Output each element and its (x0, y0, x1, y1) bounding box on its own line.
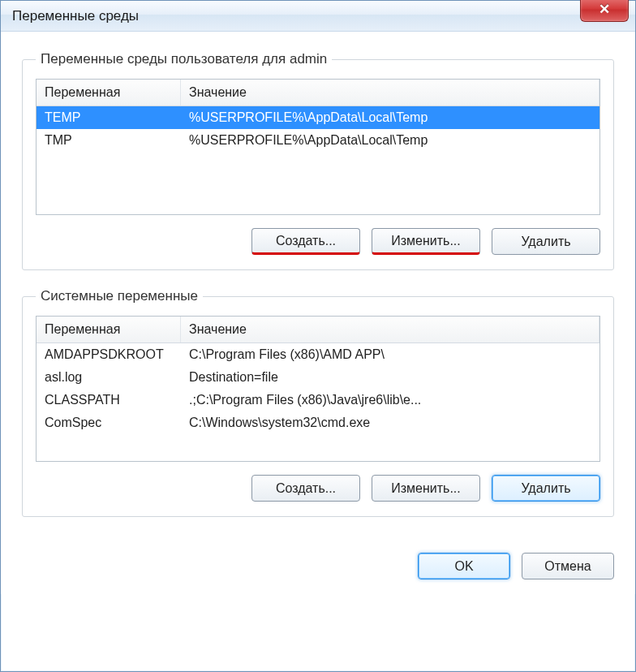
col-header-value[interactable]: Значение (181, 317, 599, 342)
window-title: Переменные среды (12, 8, 139, 24)
system-vars-group: Системные переменные Переменная Значение… (22, 288, 614, 517)
system-vars-legend: Системные переменные (36, 288, 203, 304)
col-header-variable[interactable]: Переменная (37, 317, 181, 342)
user-vars-group: Переменные среды пользователя для admin … (22, 51, 614, 270)
user-edit-button[interactable]: Изменить... (372, 228, 480, 255)
user-list-header: Переменная Значение (37, 80, 599, 106)
user-vars-legend: Переменные среды пользователя для admin (36, 51, 332, 67)
system-vars-list[interactable]: Переменная Значение AMDAPPSDKROOT C:\Pro… (36, 316, 600, 462)
env-vars-dialog: Переменные среды ✕ Переменные среды поль… (0, 0, 636, 672)
system-create-button[interactable]: Создать... (251, 475, 360, 502)
cell-var: AMDAPPSDKROOT (37, 343, 181, 366)
cell-var: CLASSPATH (37, 389, 181, 411)
cell-val: C:\Program Files (x86)\AMD APP\ (181, 343, 599, 366)
table-row[interactable]: AMDAPPSDKROOT C:\Program Files (x86)\AMD… (37, 343, 599, 366)
cell-var: TEMP (37, 106, 181, 129)
col-header-variable[interactable]: Переменная (37, 80, 181, 106)
table-row[interactable]: TMP %USERPROFILE%\AppData\Local\Temp (37, 129, 599, 152)
user-btn-row: Создать... Изменить... Удалить (36, 228, 600, 255)
cell-var: asl.log (37, 366, 181, 389)
cell-val: %USERPROFILE%\AppData\Local\Temp (181, 129, 599, 152)
col-header-value[interactable]: Значение (181, 80, 599, 106)
cell-val: Destination=file (181, 366, 599, 389)
table-row[interactable]: CLASSPATH .;C:\Program Files (x86)\Java\… (37, 389, 599, 411)
titlebar: Переменные среды ✕ (1, 1, 635, 32)
cancel-button[interactable]: Отмена (522, 553, 614, 579)
table-row[interactable]: asl.log Destination=file (37, 366, 599, 389)
cell-val: .;C:\Program Files (x86)\Java\jre6\lib\e… (181, 389, 599, 411)
cell-var: TMP (37, 129, 181, 152)
close-button[interactable]: ✕ (580, 0, 629, 22)
dialog-body: Переменные среды пользователя для admin … (1, 32, 635, 543)
table-row[interactable]: ComSpec C:\Windows\system32\cmd.exe (37, 411, 599, 434)
system-btn-row: Создать... Изменить... Удалить (36, 475, 600, 502)
system-delete-button[interactable]: Удалить (492, 475, 600, 502)
user-delete-button[interactable]: Удалить (492, 228, 600, 255)
table-row[interactable]: TEMP %USERPROFILE%\AppData\Local\Temp (37, 106, 599, 129)
system-list-header: Переменная Значение (37, 317, 599, 343)
cell-val: C:\Windows\system32\cmd.exe (181, 411, 599, 434)
ok-button[interactable]: OK (418, 553, 510, 579)
system-edit-button[interactable]: Изменить... (372, 475, 480, 502)
close-icon: ✕ (599, 1, 610, 18)
user-vars-list[interactable]: Переменная Значение TEMP %USERPROFILE%\A… (36, 79, 600, 215)
dialog-footer: OK Отмена (1, 543, 635, 594)
cell-var: ComSpec (37, 411, 181, 434)
cell-val: %USERPROFILE%\AppData\Local\Temp (181, 106, 599, 129)
user-create-button[interactable]: Создать... (251, 228, 360, 255)
